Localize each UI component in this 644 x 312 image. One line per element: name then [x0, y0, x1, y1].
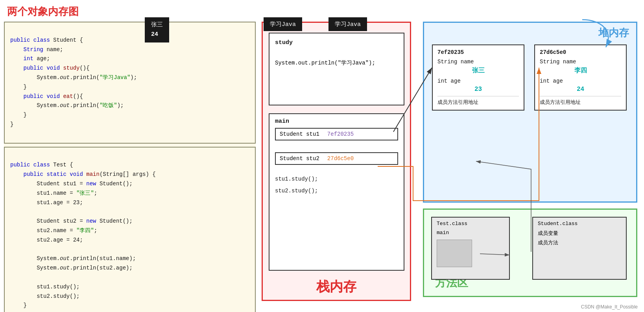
main-frame-label: main — [275, 118, 398, 125]
heap-obj2: 27d6c5e0 String name 李四 int age 24 成员方法引… — [534, 44, 627, 111]
call1: stu1.study(); — [275, 176, 398, 182]
student-class-box: Student.class 成员变量 成员方法 — [532, 217, 627, 280]
obj2-int-age: int age — [540, 78, 621, 84]
method-area: 方法区 Test.class main Student.class 成员变量 成… — [423, 209, 637, 297]
popup-java1: 学习Java — [264, 17, 302, 31]
stu1-box: Student stu1 7ef20235 — [275, 128, 398, 140]
test-main-label: main — [437, 230, 504, 236]
student-class-label: Student.class — [538, 221, 621, 227]
stu2-box: Student stu2 27d6c5e0 — [275, 152, 398, 165]
stu2-label: Student stu2 — [280, 155, 319, 162]
test-class-box: Test.class main — [431, 217, 510, 280]
call2: stu2.study(); — [275, 188, 398, 194]
study-frame: study System.out.println("学习Java"); — [269, 33, 404, 105]
obj1-int-age: int age — [437, 78, 519, 84]
obj2-addr: 27d6c5e0 — [540, 49, 621, 55]
member-method-label: 成员方法 — [538, 239, 621, 246]
obj2-string-name: String name — [540, 59, 621, 65]
obj1-member-ref: 成员方法引用地址 — [437, 96, 519, 106]
obj2-member-ref: 成员方法引用地址 — [540, 96, 621, 106]
tooltip-name: 张三 — [151, 20, 163, 30]
obj2-age-val: 24 — [540, 86, 621, 93]
study-code: System.out.println("学习Java"); — [275, 58, 398, 68]
heap-area: 堆内存 7ef20235 String name 张三 int age 23 成… — [423, 22, 637, 203]
stack-label: 栈内存 — [316, 278, 356, 296]
tooltip-zhangsan: 张三 24 — [145, 17, 169, 42]
csdn-watermark: CSDN @Make_It_Possible — [581, 304, 638, 310]
code-block-student: public class Student { String name; int … — [4, 22, 256, 144]
code-block-test: public class Test { public static void m… — [4, 147, 256, 312]
stu1-label: Student stu1 — [280, 131, 319, 137]
study-frame-label: study — [275, 37, 398, 48]
stu1-addr: 7ef20235 — [327, 131, 354, 137]
main-frame: main Student stu1 7ef20235 Student stu2 … — [269, 113, 404, 271]
tooltip-age: 24 — [151, 30, 163, 39]
stack-area: 栈内存 study System.out.println("学习Java"); … — [262, 22, 411, 301]
member-var-label: 成员变量 — [538, 230, 621, 237]
heap-label: 堆内存 — [598, 26, 629, 40]
obj2-name-val: 李四 — [540, 66, 621, 75]
page-title: 两个对象内存图 — [7, 5, 79, 18]
test-class-label: Test.class — [437, 221, 504, 227]
code-area: public class Student { String name; int … — [4, 22, 256, 312]
popup-java2: 学习Java — [328, 17, 367, 31]
obj1-addr: 7ef20235 — [437, 49, 519, 55]
obj1-string-name: String name — [437, 59, 519, 65]
heap-obj1: 7ef20235 String name 张三 int age 23 成员方法引… — [432, 44, 524, 111]
obj1-name-val: 张三 — [437, 66, 519, 75]
stu2-addr: 27d6c5e0 — [327, 155, 354, 162]
obj1-age-val: 23 — [437, 86, 519, 93]
